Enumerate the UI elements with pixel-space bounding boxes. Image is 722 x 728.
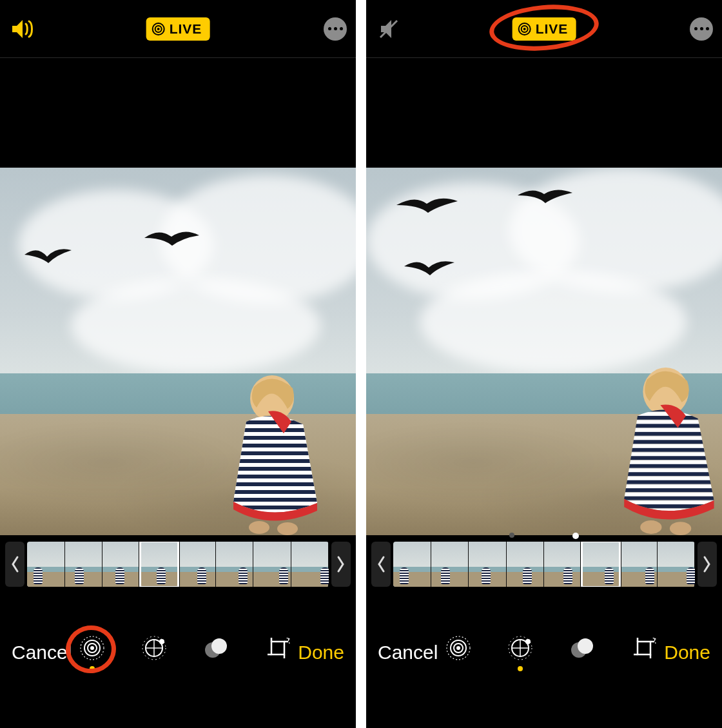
svg-point-16	[211, 638, 227, 654]
done-button[interactable]: Done	[298, 642, 344, 664]
bird-icon	[516, 186, 574, 207]
svg-point-14	[159, 639, 164, 644]
filters-tool[interactable]	[566, 633, 598, 672]
keyframe-scrubber[interactable]	[393, 542, 695, 587]
active-dot-icon	[90, 666, 95, 671]
more-button[interactable]	[690, 17, 713, 41]
active-dot-icon	[518, 666, 523, 671]
keyframe-thumb[interactable]	[102, 542, 141, 587]
keyframe-scrubber[interactable]	[27, 542, 329, 587]
svg-point-21	[523, 28, 526, 30]
svg-point-7	[277, 522, 298, 535]
cancel-button[interactable]: Cancel	[378, 642, 438, 664]
keyframe-thumb[interactable]	[27, 542, 65, 587]
child-figure	[612, 368, 722, 535]
keyframe-thumb[interactable]	[431, 542, 469, 587]
editor-toolbar: Cancel Done	[366, 593, 722, 728]
editor-header: LIVE	[0, 0, 356, 58]
svg-rect-36	[638, 642, 650, 654]
photo-preview[interactable]	[0, 168, 356, 535]
cancel-button[interactable]: Cancel	[12, 642, 72, 664]
volume-muted-icon[interactable]	[375, 15, 404, 43]
live-photo-tool[interactable]	[442, 633, 474, 672]
keyframe-thumb[interactable]	[544, 542, 582, 587]
svg-point-33	[525, 639, 531, 644]
live-target-icon	[518, 22, 532, 36]
svg-point-35	[578, 638, 593, 654]
editor-blackspace	[366, 58, 722, 168]
keyframe-thumb[interactable]	[507, 542, 545, 587]
more-button[interactable]	[324, 17, 347, 41]
keyframe-selection[interactable]	[139, 542, 180, 587]
bird-icon	[395, 193, 459, 218]
live-photo-badge[interactable]: LIVE	[512, 17, 576, 41]
keyframe-thumb[interactable]	[65, 542, 103, 587]
done-button[interactable]: Done	[664, 642, 710, 664]
svg-point-2	[157, 28, 160, 30]
editor-blackspace	[0, 58, 356, 168]
live-photo-tool[interactable]	[76, 633, 108, 672]
child-figure	[220, 374, 330, 535]
photo-editor-right: LIVE	[366, 0, 722, 728]
filters-tool[interactable]	[200, 633, 232, 672]
strip-next-button[interactable]	[698, 542, 717, 587]
bird-icon	[402, 256, 457, 279]
keyframe-strip	[366, 535, 722, 593]
strip-prev-button[interactable]	[371, 542, 391, 587]
volume-on-icon[interactable]	[9, 15, 37, 43]
crop-tool[interactable]	[628, 633, 660, 672]
crop-tool[interactable]	[262, 633, 294, 672]
svg-point-6	[249, 521, 269, 534]
svg-point-25	[640, 520, 661, 534]
live-photo-badge[interactable]: LIVE	[146, 17, 210, 41]
keyframe-strip	[0, 535, 356, 593]
strip-next-button[interactable]	[331, 542, 351, 587]
strip-prev-button[interactable]	[5, 542, 24, 587]
svg-point-30	[456, 646, 460, 650]
keyframe-thumb[interactable]	[216, 542, 254, 587]
keyframe-thumb[interactable]	[393, 542, 431, 587]
photo-editor-left: LIVE	[0, 0, 356, 728]
live-target-icon	[151, 22, 166, 36]
live-label: LIVE	[536, 21, 569, 37]
keyframe-thumb[interactable]	[253, 542, 291, 587]
bird-icon	[21, 245, 73, 271]
bird-icon	[142, 226, 200, 250]
keyframe-thumb[interactable]	[178, 542, 216, 587]
svg-rect-17	[271, 642, 284, 654]
live-label: LIVE	[170, 21, 202, 37]
adjust-tool[interactable]	[138, 633, 170, 672]
keyframe-thumb[interactable]	[469, 542, 507, 587]
adjust-tool[interactable]	[504, 633, 536, 672]
keyframe-thumb[interactable]	[658, 542, 696, 587]
keyframe-thumb[interactable]	[291, 542, 329, 587]
editor-toolbar: Cancel Do	[0, 593, 356, 728]
photo-preview[interactable]	[366, 168, 722, 535]
svg-point-11	[90, 646, 94, 650]
editor-header: LIVE	[366, 0, 722, 58]
keyframe-dots	[366, 533, 722, 539]
keyframe-thumb[interactable]	[620, 542, 658, 587]
keyframe-selection[interactable]	[581, 542, 621, 587]
